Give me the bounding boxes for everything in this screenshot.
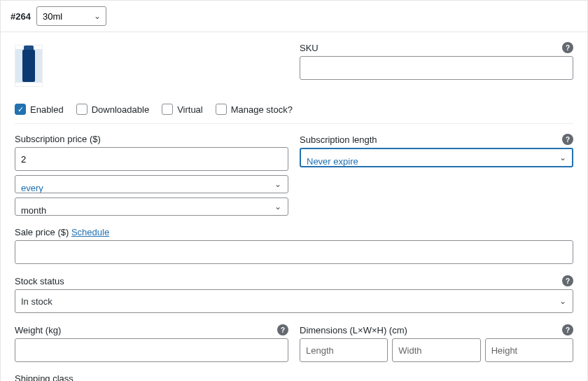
width-input[interactable] bbox=[392, 338, 480, 362]
weight-input[interactable] bbox=[15, 338, 288, 362]
dimensions-label: Dimensions (L×W×H) (cm) bbox=[300, 325, 407, 335]
subscription-length-select[interactable]: Never expire bbox=[300, 148, 573, 167]
subscription-period-select[interactable]: month bbox=[15, 198, 288, 216]
checkbox-empty-icon bbox=[216, 104, 227, 115]
variation-attribute-select[interactable]: 30ml bbox=[36, 6, 106, 26]
variation-header: #264 30ml ⌄ bbox=[1, 1, 587, 32]
variation-checkbox-row: ✓ Enabled Downloadable Virtual Manage st… bbox=[15, 95, 573, 124]
variation-panel: #264 30ml ⌄ SKU ? ✓ bbox=[0, 0, 588, 381]
help-icon[interactable]: ? bbox=[562, 324, 573, 335]
length-input[interactable] bbox=[300, 338, 388, 362]
schedule-link[interactable]: Schedule bbox=[71, 227, 109, 237]
checkbox-checked-icon: ✓ bbox=[15, 104, 26, 115]
enabled-checkbox[interactable]: ✓ Enabled bbox=[15, 104, 64, 115]
height-input[interactable] bbox=[485, 338, 573, 362]
sale-price-input[interactable] bbox=[15, 240, 573, 264]
help-icon[interactable]: ? bbox=[562, 275, 573, 286]
virtual-checkbox[interactable]: Virtual bbox=[162, 104, 203, 115]
manage-stock-checkbox[interactable]: Manage stock? bbox=[216, 104, 293, 115]
subscription-price-label: Subscription price ($) bbox=[15, 134, 101, 144]
shipping-class-label: Shipping class bbox=[15, 373, 74, 381]
variation-image-thumb[interactable] bbox=[15, 45, 43, 87]
checkbox-empty-icon bbox=[162, 104, 173, 115]
stock-status-label: Stock status bbox=[15, 276, 64, 286]
variation-id: #264 bbox=[10, 11, 31, 22]
sku-input[interactable] bbox=[300, 56, 573, 80]
checkbox-empty-icon bbox=[76, 104, 88, 115]
help-icon[interactable]: ? bbox=[562, 42, 573, 53]
sku-label: SKU bbox=[300, 43, 318, 53]
help-icon[interactable]: ? bbox=[277, 324, 288, 335]
subscription-price-input[interactable] bbox=[15, 147, 288, 171]
stock-status-select[interactable]: In stock bbox=[15, 289, 573, 313]
subscription-length-label: Subscription length bbox=[300, 134, 377, 145]
sale-price-label: Sale price ($) Schedule bbox=[15, 227, 573, 237]
subscription-interval-select[interactable]: every bbox=[15, 175, 288, 193]
help-icon[interactable]: ? bbox=[562, 134, 573, 145]
weight-label: Weight (kg) bbox=[15, 325, 61, 335]
downloadable-checkbox[interactable]: Downloadable bbox=[76, 104, 149, 115]
